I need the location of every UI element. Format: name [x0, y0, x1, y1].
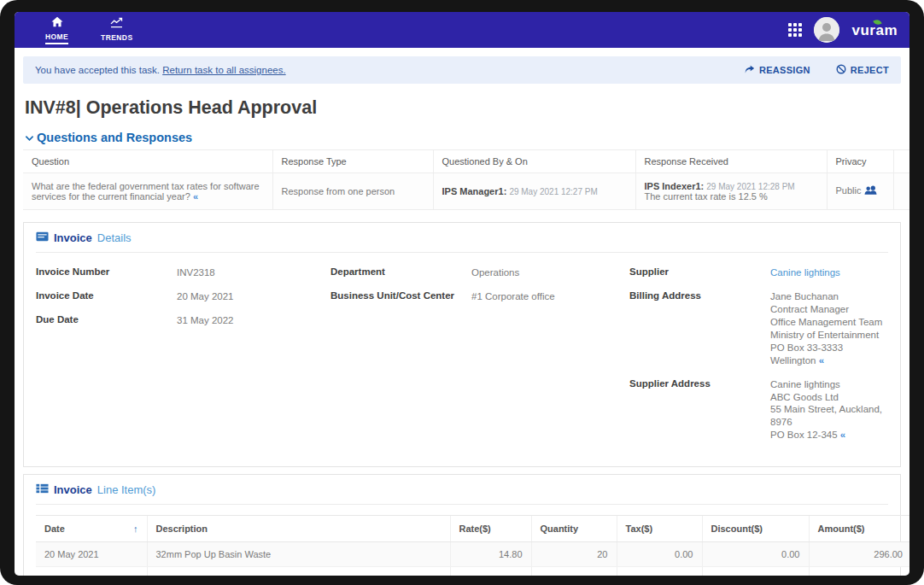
col-description[interactable]: Description [147, 516, 450, 542]
reject-label: REJECT [851, 65, 889, 75]
item-discount: 0.00 [702, 542, 809, 567]
nav-tab-home[interactable]: HOME [45, 15, 68, 44]
invoice-details-grid: Invoice Number INV2318 Invoice Date 20 M… [36, 253, 888, 453]
col-tax[interactable]: Tax($) [617, 516, 702, 542]
item-rate: 14.80 [450, 542, 531, 567]
top-navbar: HOME TRENDS [15, 12, 909, 48]
questions-table: Question Response Type Questioned By & O… [23, 149, 909, 210]
invoice-date-label: Invoice Date [36, 290, 177, 301]
item-tax: 0.00 [617, 567, 702, 576]
invoice-details-card: Invoice Details Invoice Number INV2318 I… [23, 222, 901, 467]
supplier-address-label: Supplier Address [629, 378, 770, 389]
item-amount: 296.00 [809, 542, 909, 567]
col-privacy: Privacy [827, 150, 893, 173]
business-unit-label: Business Unit/Cost Center [330, 290, 471, 301]
responder-name: IPS Indexer1: [645, 181, 705, 191]
apps-grid-icon[interactable] [788, 23, 802, 37]
invoice-details-title-light: Details [97, 231, 132, 244]
questioner-name: IPS Manager1: [442, 186, 507, 196]
reassign-icon [744, 65, 755, 76]
supplier-address-value: Canine lightings ABC Goods Ltd 55 Main S… [770, 378, 888, 442]
item-amount: 108.96 [809, 567, 909, 576]
billing-line-4: Ministry of Entertainment [770, 329, 882, 342]
vuram-logo: vuram [851, 20, 898, 39]
col-discount[interactable]: Discount($) [702, 516, 809, 542]
supplier-line-2: ABC Goods Ltd [770, 391, 888, 404]
questions-header-row: Question Response Type Questioned By & O… [23, 150, 909, 173]
col-actions [893, 150, 909, 173]
supplier-line-1: Canine lightings [770, 378, 888, 391]
item-date: 20 May 2021 [36, 567, 147, 576]
line-items-title-light: Line Item(s) [97, 483, 156, 496]
task-banner-actions: REASSIGN REJECT [744, 64, 889, 76]
invoice-number-value: INV2318 [177, 266, 215, 279]
reassign-button[interactable]: REASSIGN [744, 65, 810, 76]
business-unit-value: #1 Corporate office [471, 290, 555, 303]
billing-line-5: PO Box 33-3333 [770, 342, 882, 354]
sort-ascending-icon[interactable]: ↑ [133, 524, 138, 534]
line-items-card: Invoice Line Item(s) Date ↑ Description … [23, 474, 901, 576]
col-questioned-by: Questioned By & On [433, 150, 635, 173]
department-label: Department [330, 266, 471, 277]
department-value: Operations [471, 266, 519, 279]
response-received-cell: IPS Indexer1: 29 May 2021 12:28 PM The c… [635, 173, 827, 210]
questions-section-toggle[interactable]: Questions and Responses [25, 131, 899, 144]
card-icon [36, 231, 49, 244]
billing-line-6: Wellington « [770, 354, 882, 367]
return-task-link[interactable]: Return task to all assignees. [162, 65, 285, 75]
item-discount: 0.00 [702, 567, 809, 576]
reassign-label: REASSIGN [759, 65, 810, 75]
col-quantity[interactable]: Quantity [531, 516, 617, 542]
accepted-task-text: You have accepted this task. [35, 65, 160, 75]
task-banner-message: You have accepted this task. Return task… [35, 65, 286, 75]
billing-city: Wellington [770, 355, 816, 366]
response-text: The current tax rate is 12.5 % [645, 191, 768, 202]
billing-line-2: Contract Manager [770, 303, 882, 316]
list-icon [36, 483, 49, 496]
col-amount[interactable]: Amount($) [809, 516, 909, 542]
details-column-2: Department Operations Business Unit/Cost… [330, 266, 629, 453]
response-type-cell: Response from one person [272, 173, 433, 210]
billing-address-value: Jane Buchanan Contract Manager Office Ma… [770, 290, 882, 367]
due-date-label: Due Date [36, 314, 177, 325]
nav-tab-trends-label: TRENDS [101, 33, 132, 44]
billing-address-label: Billing Address [629, 290, 770, 301]
item-date: 20 May 2021 [36, 542, 147, 567]
reject-icon [836, 64, 846, 76]
question-text: What are the federal government tax rate… [32, 181, 260, 202]
date-header-label: Date [44, 524, 65, 534]
table-row: 20 May 2021 32mm Pop Up Basin Waste 14.8… [36, 542, 909, 567]
table-row: 20 May 2021 15 X 75mm Chrome plated Bras… [36, 567, 909, 576]
home-icon [51, 15, 63, 31]
collapse-question-icon[interactable]: « [193, 191, 198, 202]
collapse-supplier-icon[interactable]: « [840, 430, 845, 440]
item-rate: 9.08 [450, 567, 531, 576]
page-title: INV#8| Operations Head Approval [25, 97, 899, 119]
questions-section-title: Questions and Responses [37, 131, 192, 144]
col-question: Question [23, 150, 272, 173]
line-items-table: Date ↑ Description Rate($) Quantity Tax(… [36, 515, 909, 576]
billing-line-1: Jane Buchanan [770, 290, 882, 303]
responded-timestamp: 29 May 2021 12:28 PM [706, 182, 794, 191]
questioned-by-cell: IPS Manager1: 29 May 2021 12:27 PM [433, 173, 635, 210]
collapse-billing-icon[interactable]: « [819, 355, 824, 366]
invoice-date-value: 20 May 2021 [177, 290, 234, 303]
users-icon [864, 187, 877, 197]
privacy-value: Public [836, 185, 862, 196]
supplier-link[interactable]: Canine lightings [770, 266, 840, 279]
navbar-right: vuram [788, 17, 898, 43]
questioned-timestamp: 29 May 2021 12:27 PM [509, 187, 597, 196]
item-tax: 0.00 [617, 542, 702, 567]
invoice-number-label: Invoice Number [36, 266, 177, 277]
supplier-line-3: 55 Main Street, Auckland, 8976 [770, 403, 888, 429]
reject-button[interactable]: REJECT [836, 64, 889, 76]
user-avatar[interactable] [814, 17, 839, 43]
col-rate[interactable]: Rate($) [450, 516, 531, 542]
col-date[interactable]: Date ↑ [36, 516, 147, 542]
nav-tab-trends[interactable]: TRENDS [101, 16, 132, 44]
invoice-details-header: Invoice Details [36, 231, 888, 253]
col-response-type: Response Type [272, 150, 433, 173]
line-items-header: Invoice Line Item(s) [36, 483, 888, 505]
question-row: What are the federal government tax rate… [23, 173, 909, 210]
screenshot-frame: HOME TRENDS [0, 0, 924, 585]
